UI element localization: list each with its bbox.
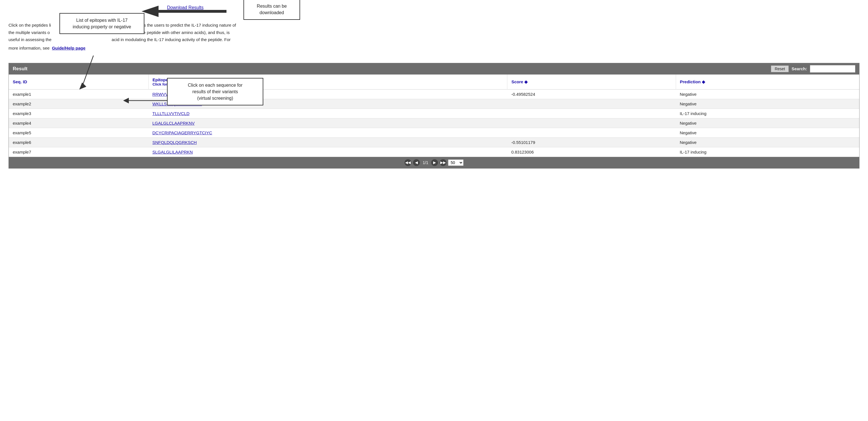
table-row: example7SLGALGLILAAPRKN0.83123006IL-17 i… xyxy=(9,147,859,157)
download-results-link[interactable]: Download Results xyxy=(167,5,204,10)
epitope-link[interactable]: SNFQLDQLQGRKSCH xyxy=(152,140,197,145)
cell-score: 0.83123006 xyxy=(507,147,676,157)
cell-prediction: IL-17 inducing xyxy=(676,147,859,157)
per-page-select[interactable]: 102550100 xyxy=(448,159,463,166)
cell-seq-id: example3 xyxy=(9,109,148,118)
epitope-link[interactable]: LGALGLCLAAPRKNV xyxy=(152,121,194,125)
table-header-bar: Result Reset Search: xyxy=(9,63,859,74)
prev-page-btn[interactable]: ◀ xyxy=(413,159,420,166)
results-table-section: Result Reset Search: Seq. ID Epitope Cli… xyxy=(8,63,860,169)
cell-seq-id: example4 xyxy=(9,118,148,128)
table-footer: ◀◀ ◀ 1/1 ▶ ▶▶ 102550100 xyxy=(9,157,859,168)
cell-score xyxy=(507,99,676,109)
cell-prediction: Negative xyxy=(676,89,859,99)
search-label: Search: xyxy=(792,66,807,71)
page-info: 1/1 xyxy=(423,160,428,165)
cell-epitope: TLLLTLLVVTIVCLD xyxy=(148,109,507,118)
col-header-prediction[interactable]: Prediction ◆ xyxy=(676,74,859,90)
cell-prediction: Negative xyxy=(676,118,859,128)
cell-score xyxy=(507,128,676,138)
cell-prediction: Negative xyxy=(676,138,859,147)
desc-text-line3: useful in assessing the acid in modulati… xyxy=(8,37,231,42)
table-row: example5DCYCRIPACIAGERRYGTCIYCNegative xyxy=(9,128,859,138)
cell-score xyxy=(507,118,676,128)
search-input[interactable] xyxy=(810,65,855,72)
cell-seq-id: example1 xyxy=(9,89,148,99)
cell-prediction: IL-17 inducing xyxy=(676,109,859,118)
col-header-seqid: Seq. ID xyxy=(9,74,148,90)
cell-score: -0.55101179 xyxy=(507,138,676,147)
epitope-link[interactable]: SLGALGLILAAPRKN xyxy=(152,150,193,154)
variant-callout-box: Click on each sequence for results of th… xyxy=(167,78,263,106)
epitope-link[interactable]: DCYCRIPACIAGERRYGTCIYC xyxy=(152,130,212,135)
col-header-score[interactable]: Score ◆ xyxy=(507,74,676,90)
variant-callout-text: Click on each sequence for results of th… xyxy=(188,83,243,100)
table-row: example2WKLLSKAQEKFGKNKSRNegative xyxy=(9,99,859,109)
epitope-link[interactable]: TLLLTLLVVTIVCLD xyxy=(152,111,189,116)
cell-seq-id: example2 xyxy=(9,99,148,109)
cell-seq-id: example7 xyxy=(9,147,148,157)
cell-seq-id: example6 xyxy=(9,138,148,147)
result-label: Result xyxy=(13,66,27,72)
table-row: example4LGALGLCLAAPRKNVNegative xyxy=(9,118,859,128)
cell-seq-id: example5 xyxy=(9,128,148,138)
cell-score xyxy=(507,109,676,118)
table-row: example6SNFQLDQLQGRKSCH-0.55101179Negati… xyxy=(9,138,859,147)
reset-button[interactable]: Reset xyxy=(771,65,789,72)
guide-line: more information, see Guide/Help page xyxy=(8,46,860,51)
results-table: Seq. ID Epitope Click for virtual screen… xyxy=(9,74,859,157)
first-page-btn[interactable]: ◀◀ xyxy=(405,159,411,166)
next-page-btn[interactable]: ▶ xyxy=(431,159,438,166)
cell-epitope: SNFQLDQLQGRKSCH xyxy=(148,138,507,147)
epitope-callout-box: List of epitopes with IL-17 inducing pro… xyxy=(59,13,144,34)
table-row: example1RRWVVWRIVORR-0.49582524Negative xyxy=(9,89,859,99)
cell-epitope: SLGALGLILAAPRKN xyxy=(148,147,507,157)
cell-prediction: Negative xyxy=(676,99,859,109)
last-page-btn[interactable]: ▶▶ xyxy=(440,159,446,166)
cell-epitope: DCYCRIPACIAGERRYGTCIYC xyxy=(148,128,507,138)
cell-epitope: LGALGLCLAAPRKNV xyxy=(148,118,507,128)
guide-help-link[interactable]: Guide/Help page xyxy=(52,46,85,51)
results-callout-text: Results can be downloaded xyxy=(257,4,287,15)
cell-score: -0.49582524 xyxy=(507,89,676,99)
cell-prediction: Negative xyxy=(676,128,859,138)
table-row: example3TLLLTLLVVTIVCLDIL-17 inducing xyxy=(9,109,859,118)
epitope-callout-text: List of epitopes with IL-17 inducing pro… xyxy=(73,18,131,29)
